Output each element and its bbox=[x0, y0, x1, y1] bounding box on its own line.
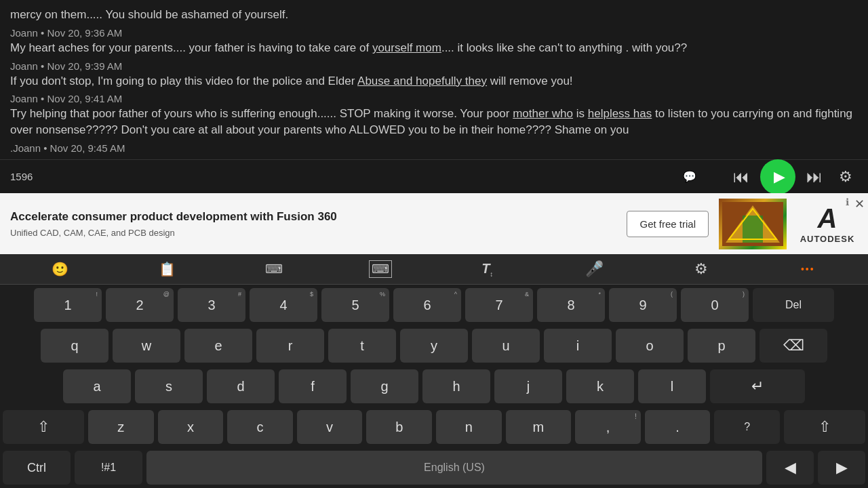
settings-button[interactable]: ⚙ bbox=[833, 165, 858, 189]
text-icon: T↕ bbox=[481, 261, 493, 278]
key-special[interactable]: !#1 bbox=[75, 451, 142, 485]
key-n[interactable]: n bbox=[436, 410, 502, 444]
key-c[interactable]: c bbox=[227, 410, 293, 444]
key-q[interactable]: q bbox=[41, 329, 108, 363]
key-enter[interactable]: ↵ bbox=[710, 369, 805, 403]
key-shift-left[interactable]: ⇧ bbox=[3, 410, 84, 444]
key-f[interactable]: f bbox=[279, 369, 347, 403]
ad-logo-section: A AUTODESK bbox=[797, 203, 858, 244]
chat-link-3b: helpless has bbox=[588, 107, 652, 120]
key-k[interactable]: k bbox=[566, 369, 634, 403]
key-z[interactable]: z bbox=[88, 410, 154, 444]
chat-meta-4: .Joann • Nov 20, 9:45 AM bbox=[10, 142, 858, 154]
message-text: mercy on them..... You should be ashamed… bbox=[10, 8, 288, 21]
key-punctuation[interactable]: ? bbox=[714, 410, 780, 444]
left-arrow-icon: ◀ bbox=[785, 459, 796, 476]
key-9[interactable]: 9( bbox=[609, 288, 677, 322]
ad-info-icon: ℹ bbox=[846, 197, 849, 207]
key-y[interactable]: y bbox=[400, 329, 468, 363]
key-2[interactable]: 2@ bbox=[106, 288, 174, 322]
key-a[interactable]: a bbox=[63, 369, 131, 403]
key-backspace[interactable]: ⌫ bbox=[760, 329, 827, 363]
key-l[interactable]: l bbox=[638, 369, 706, 403]
player-bar: 1596 💬 ⏮ ▶ ⏭ ⚙ bbox=[0, 159, 868, 193]
zxcv-row: ⇧ z x c v b n m ,! . ? ⇧ bbox=[0, 407, 868, 447]
key-3[interactable]: 3# bbox=[178, 288, 245, 322]
rewind-button[interactable]: ⏮ bbox=[729, 165, 753, 189]
key-ctrl[interactable]: Ctrl bbox=[3, 451, 71, 485]
key-period[interactable]: . bbox=[645, 410, 711, 444]
caption-button[interactable]: 💬 bbox=[677, 165, 702, 189]
key-arrow-left[interactable]: ◀ bbox=[766, 451, 814, 485]
chat-message-0: mercy on them..... You should be ashamed… bbox=[10, 7, 858, 23]
key-v[interactable]: v bbox=[297, 410, 363, 444]
calculator-icon: ⌨ bbox=[265, 262, 283, 277]
ad-text-section: Accelerate consumer product development … bbox=[10, 209, 627, 237]
gear-icon: ⚙ bbox=[694, 260, 708, 278]
mic-icon: 🎤 bbox=[585, 260, 604, 278]
key-r[interactable]: r bbox=[256, 329, 324, 363]
keyboard-toolbar: 🙂 📋 ⌨ ⌨ T↕ 🎤 ⚙ ••• bbox=[0, 254, 868, 285]
play-icon: ▶ bbox=[774, 168, 785, 186]
emoji-icon: 🙂 bbox=[52, 261, 68, 277]
chat-link-1: yourself mom bbox=[372, 41, 441, 54]
key-i[interactable]: i bbox=[544, 329, 612, 363]
key-comma[interactable]: ,! bbox=[575, 410, 641, 444]
key-w[interactable]: w bbox=[113, 329, 180, 363]
key-p[interactable]: p bbox=[688, 329, 755, 363]
space-label: English (US) bbox=[424, 462, 485, 474]
qwerty-row: q w e r t y u i o p ⌫ bbox=[0, 325, 868, 366]
key-4[interactable]: 4$ bbox=[250, 288, 317, 322]
key-0[interactable]: 0) bbox=[681, 288, 749, 322]
play-button[interactable]: ▶ bbox=[760, 159, 795, 195]
chat-meta-3: Joann • Nov 20, 9:41 AM bbox=[10, 93, 858, 104]
right-arrow-icon: ▶ bbox=[836, 459, 848, 476]
key-space[interactable]: English (US) bbox=[146, 451, 762, 485]
key-d[interactable]: d bbox=[207, 369, 275, 403]
key-arrow-right[interactable]: ▶ bbox=[818, 451, 865, 485]
key-o[interactable]: o bbox=[616, 329, 684, 363]
key-6[interactable]: 6^ bbox=[393, 288, 461, 322]
emoji-toolbar-button[interactable]: 🙂 bbox=[45, 254, 75, 284]
key-b[interactable]: b bbox=[366, 410, 432, 444]
key-5[interactable]: 5% bbox=[321, 288, 389, 322]
key-m[interactable]: m bbox=[506, 410, 572, 444]
chat-area: mercy on them..... You should be ashamed… bbox=[0, 0, 868, 159]
ad-cta-button[interactable]: Get free trial bbox=[627, 211, 709, 237]
key-j[interactable]: j bbox=[494, 369, 562, 403]
key-1[interactable]: 1! bbox=[34, 288, 102, 322]
chat-link-3a: mother who bbox=[513, 107, 573, 120]
forward-button[interactable]: ⏭ bbox=[802, 165, 827, 189]
more-toolbar-button[interactable]: ••• bbox=[793, 254, 823, 284]
key-h[interactable]: h bbox=[422, 369, 490, 403]
chat-meta-2: Joann • Nov 20, 9:39 AM bbox=[10, 60, 858, 72]
keyboard-settings-button[interactable]: ⚙ bbox=[686, 254, 716, 284]
chat-meta-1: Joann • Nov 20, 9:36 AM bbox=[10, 27, 858, 39]
bottom-row: Ctrl !#1 English (US) ◀ ▶ bbox=[0, 447, 868, 488]
key-8[interactable]: 8* bbox=[537, 288, 605, 322]
ad-close-button[interactable]: ✕ bbox=[854, 197, 865, 211]
clipboard-toolbar-button[interactable]: 📋 bbox=[152, 254, 182, 284]
mic-toolbar-button[interactable]: 🎤 bbox=[579, 254, 609, 284]
key-t[interactable]: t bbox=[328, 329, 396, 363]
key-g[interactable]: g bbox=[351, 369, 418, 403]
number-row: 1! 2@ 3# 4$ 5% 6^ 7& 8* 9( 0) Del bbox=[0, 285, 868, 325]
chat-message-3: Try helping that poor father of yours wh… bbox=[10, 106, 858, 138]
asdf-row: a s d f g h j k l ↵ bbox=[0, 366, 868, 407]
key-7[interactable]: 7& bbox=[465, 288, 533, 322]
special-label: !#1 bbox=[101, 462, 116, 474]
calculator-toolbar-button[interactable]: ⌨ bbox=[259, 254, 289, 284]
text-toolbar-button[interactable]: T↕ bbox=[473, 254, 502, 284]
key-u[interactable]: u bbox=[472, 329, 540, 363]
key-x[interactable]: x bbox=[158, 410, 224, 444]
chat-link-2: Abuse and hopefully they bbox=[357, 75, 487, 87]
layout-toolbar-button[interactable]: ⌨ bbox=[366, 254, 395, 284]
ad-banner: Accelerate consumer product development … bbox=[0, 193, 868, 254]
key-s[interactable]: s bbox=[135, 369, 203, 403]
player-counter: 1596 bbox=[10, 171, 41, 182]
clipboard-icon: 📋 bbox=[159, 261, 176, 277]
key-shift-right[interactable]: ⇧ bbox=[784, 410, 865, 444]
key-e[interactable]: e bbox=[184, 329, 252, 363]
ad-title: Accelerate consumer product development … bbox=[10, 209, 620, 224]
key-del[interactable]: Del bbox=[753, 288, 834, 322]
